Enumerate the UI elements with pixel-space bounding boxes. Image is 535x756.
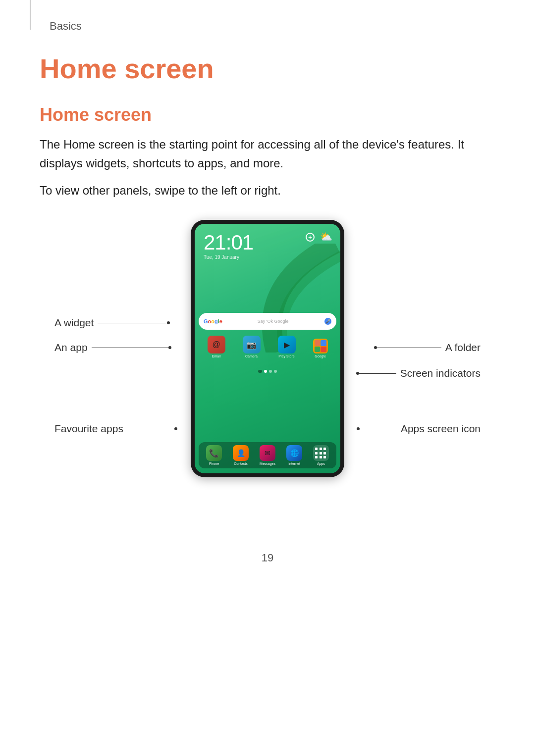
google-widget: Google Say 'Ok Google' 🎤	[199, 313, 336, 330]
phone-fav-app: 📞 Phone	[206, 445, 222, 465]
fav-label-dot	[174, 427, 177, 430]
breadcrumb: Basics	[40, 20, 495, 33]
fav-label-group: Favourite apps	[54, 423, 177, 435]
apps-screen-app: Apps	[313, 445, 329, 465]
google-mic-icon: 🎤	[324, 318, 331, 325]
apps-screen-icon	[313, 445, 329, 461]
apps-fav-label: Apps	[317, 462, 325, 465]
app-label-dot	[168, 346, 171, 349]
body-text-1: The Home screen is the starting point fo…	[40, 135, 495, 173]
screen-add-button: +	[306, 233, 315, 242]
app-label-text: An app	[54, 342, 88, 353]
app-label-line	[92, 348, 168, 348]
screen-indicators-strip	[258, 370, 277, 373]
folder-app: Google	[313, 339, 328, 358]
email-label: Email	[212, 354, 221, 358]
apps-row: @ Email 📷 Camera ▶ Play Store	[199, 336, 336, 358]
widget-label-line	[98, 323, 167, 323]
apps-icon-label-text: Apps screen icon	[401, 423, 481, 435]
phone-screen: 21:01 Tue, 19 January + ⛅ Google Say 'Ok…	[195, 224, 340, 473]
weather-icon: ⛅	[320, 231, 332, 243]
playstore-icon: ▶	[278, 336, 296, 353]
body-text-2: To view other panels, swipe to the left …	[40, 181, 495, 200]
folder-label-text: A folder	[445, 342, 481, 353]
playstore-label: Play Store	[278, 354, 294, 358]
page-number: 19	[40, 552, 495, 564]
internet-fav-icon: 🌐	[286, 445, 302, 461]
diagram-area: 21:01 Tue, 19 January + ⛅ Google Say 'Ok…	[40, 215, 495, 532]
page-title: Home screen	[40, 52, 495, 85]
messages-fav-icon: ✉	[260, 445, 275, 461]
contacts-fav-app: 👤 Contacts	[233, 445, 249, 465]
contacts-fav-icon: 👤	[233, 445, 249, 461]
internet-fav-app: 🌐 Internet	[286, 445, 302, 465]
phone-fav-label: Phone	[209, 462, 219, 465]
email-app: @ Email	[208, 336, 225, 358]
folder-label: Google	[315, 354, 326, 358]
fav-label-text: Favourite apps	[54, 423, 123, 435]
camera-app: 📷 Camera	[243, 336, 261, 358]
indicator-1	[269, 370, 272, 373]
fav-label-line	[127, 429, 174, 429]
apps-icon-label-group: Apps screen icon	[357, 423, 481, 435]
favourite-apps-bar: 📞 Phone 👤 Contacts ✉ Messages	[199, 442, 336, 468]
indicator-active	[264, 370, 267, 373]
folder-label-group: A folder	[374, 342, 481, 353]
camera-icon: 📷	[243, 336, 261, 353]
screen-ind-label-line	[359, 373, 396, 374]
app-label-group: An app	[54, 342, 171, 353]
google-search-placeholder: Say 'Ok Google'	[225, 319, 321, 324]
widget-label-text: A widget	[54, 317, 94, 329]
playstore-app: ▶ Play Store	[278, 336, 296, 358]
phone-fav-icon: 📞	[206, 445, 222, 461]
camera-label: Camera	[245, 354, 258, 358]
internet-fav-label: Internet	[288, 462, 300, 465]
folder-label-line	[377, 348, 441, 348]
indicator-2	[274, 370, 277, 373]
phone-mockup: 21:01 Tue, 19 January + ⛅ Google Say 'Ok…	[191, 220, 344, 477]
indicator-menu	[258, 370, 262, 373]
messages-fav-label: Messages	[260, 462, 275, 465]
section-title: Home screen	[40, 104, 495, 125]
screen-time: 21:01	[204, 231, 253, 254]
email-icon: @	[208, 336, 225, 353]
apps-icon-label-line	[360, 429, 397, 429]
screen-ind-label-text: Screen indicators	[400, 367, 481, 379]
messages-fav-app: ✉ Messages	[260, 445, 275, 465]
widget-label-dot	[167, 321, 170, 324]
google-logo: Google	[204, 318, 222, 324]
folder-icon	[313, 339, 328, 353]
screen-date: Tue, 19 January	[204, 254, 239, 260]
contacts-fav-label: Contacts	[234, 462, 248, 465]
widget-label-group: A widget	[54, 317, 170, 329]
screen-ind-label-group: Screen indicators	[356, 367, 481, 379]
